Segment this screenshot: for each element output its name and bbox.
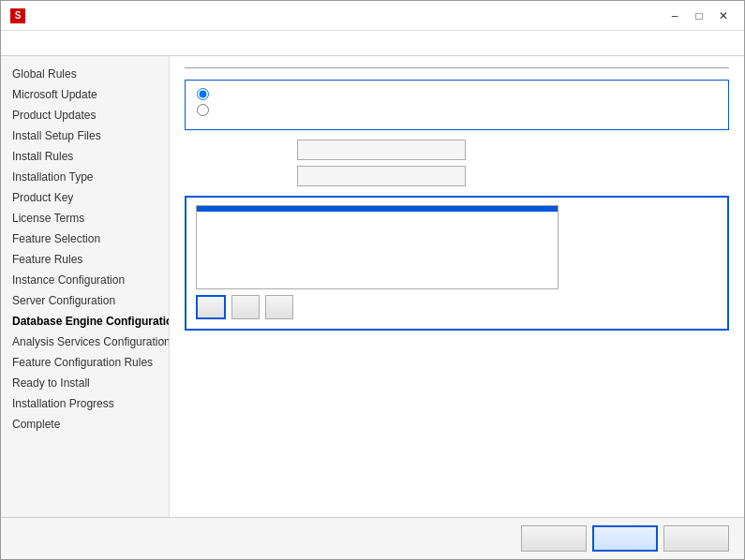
page-header — [1, 31, 744, 56]
title-bar-controls: – □ ✕ — [663, 7, 735, 25]
list-item[interactable] — [197, 206, 558, 212]
close-button[interactable]: ✕ — [712, 7, 735, 25]
content-area: Global RulesMicrosoft UpdateProduct Upda… — [1, 56, 744, 517]
admins-buttons — [196, 295, 559, 319]
confirm-password-input[interactable] — [297, 166, 466, 186]
sidebar-item-installation-progress[interactable]: Installation Progress — [1, 393, 169, 414]
cancel-button[interactable] — [663, 525, 729, 552]
main-window: S – □ ✕ Global RulesMicrosoft UpdateProd… — [0, 0, 745, 560]
sidebar: Global RulesMicrosoft UpdateProduct Upda… — [1, 56, 170, 517]
sidebar-item-feature-rules[interactable]: Feature Rules — [1, 249, 169, 270]
title-bar: S – □ ✕ — [1, 1, 744, 31]
sidebar-item-microsoft-update[interactable]: Microsoft Update — [1, 84, 169, 105]
minimize-button[interactable]: – — [663, 7, 686, 25]
app-icon: S — [10, 8, 25, 23]
password-section — [185, 140, 729, 186]
sidebar-item-install-setup-files[interactable]: Install Setup Files — [1, 125, 169, 146]
title-bar-left: S — [10, 8, 31, 23]
main-panel — [170, 56, 744, 517]
sidebar-item-global-rules[interactable]: Global Rules — [1, 64, 169, 84]
maximize-button[interactable]: □ — [688, 7, 710, 25]
windows-auth-radio[interactable] — [197, 88, 209, 100]
next-button[interactable] — [592, 525, 658, 552]
sidebar-item-install-rules[interactable]: Install Rules — [1, 146, 169, 167]
sidebar-item-ready-to-install[interactable]: Ready to Install — [1, 373, 169, 393]
sidebar-item-server-configuration[interactable]: Server Configuration — [1, 290, 169, 311]
sidebar-item-product-key[interactable]: Product Key — [1, 187, 169, 208]
admins-section — [185, 196, 729, 331]
sidebar-item-analysis-services-configuration[interactable]: Analysis Services Configuration — [1, 332, 169, 352]
enter-password-row — [185, 140, 729, 160]
add-current-user-button[interactable] — [196, 295, 226, 319]
sidebar-item-license-terms[interactable]: License Terms — [1, 208, 169, 228]
auth-mode-group — [185, 80, 729, 130]
enter-password-input[interactable] — [297, 140, 466, 160]
sidebar-item-complete[interactable]: Complete — [1, 414, 169, 435]
sidebar-item-product-updates[interactable]: Product Updates — [1, 105, 169, 125]
footer — [1, 517, 744, 559]
add-button[interactable] — [231, 295, 260, 319]
mixed-auth-option[interactable] — [197, 104, 717, 116]
sidebar-item-feature-configuration-rules[interactable]: Feature Configuration Rules — [1, 352, 169, 373]
admins-list-area — [196, 205, 559, 319]
back-button[interactable] — [521, 525, 587, 552]
sidebar-item-database-engine-configuration[interactable]: Database Engine Configuration — [1, 311, 169, 332]
admins-list[interactable] — [196, 205, 559, 289]
remove-button[interactable] — [265, 295, 293, 319]
windows-auth-option[interactable] — [197, 88, 717, 100]
sidebar-item-feature-selection[interactable]: Feature Selection — [1, 228, 169, 249]
tab-bar — [185, 67, 729, 68]
sidebar-item-instance-configuration[interactable]: Instance Configuration — [1, 270, 169, 290]
sidebar-item-installation-type[interactable]: Installation Type — [1, 167, 169, 187]
tab-content — [185, 80, 729, 331]
admins-layout — [196, 205, 718, 319]
mixed-auth-radio[interactable] — [197, 104, 209, 116]
confirm-password-row — [185, 166, 729, 186]
